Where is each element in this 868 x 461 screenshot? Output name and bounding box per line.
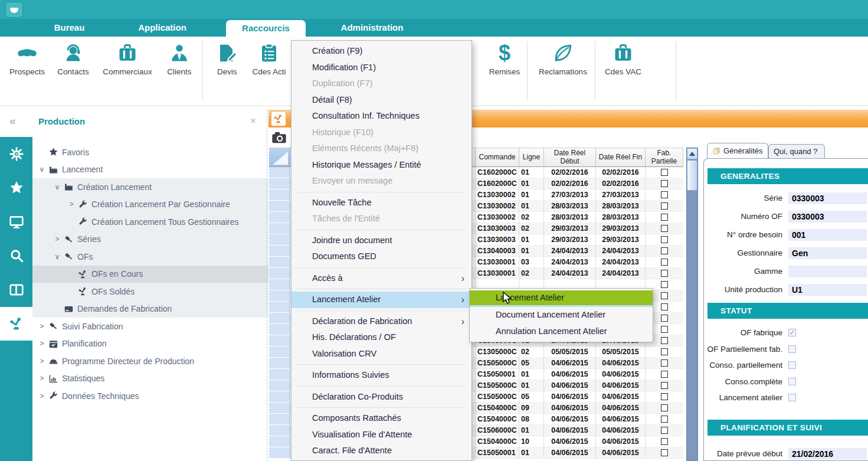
column-header-date-reel-fin[interactable]: Date Réel Fin [596,148,646,167]
rail-production-item[interactable] [0,307,32,341]
tree-expander-icon[interactable] [35,322,48,331]
context-menu-item[interactable]: His. Déclarations / OF [291,329,471,346]
cdes-vac-button[interactable]: Cdes VAC [597,42,649,76]
prospects-button[interactable]: Prospects [4,42,51,76]
context-menu-item[interactable]: Déclaration Co-Produits [291,389,471,406]
context-menu-item[interactable] [297,267,466,268]
context-menu-item[interactable]: Informations Suivies [291,367,471,384]
submenu-item-document-lancement-atelier[interactable]: Document Lancement Atelier [470,307,653,323]
fab-partielle-checkbox[interactable] [661,427,668,434]
devis-button[interactable]: Devis [207,42,248,76]
context-menu-item[interactable]: Consultation Inf. Techniques [291,108,471,125]
ordre-besoin-field[interactable]: 001 [788,229,867,241]
status-checkbox[interactable] [788,345,796,353]
context-menu-item[interactable]: Visualisation File d'Attente [291,427,471,443]
rail-desktop-item[interactable] [0,205,32,239]
fab-partielle-checkbox[interactable] [661,449,668,456]
tree-expander-icon[interactable] [35,165,48,174]
tree-item[interactable]: OFs en Cours [32,266,268,283]
column-header-fab-partielle[interactable]: Fab. Partielle [646,148,683,167]
status-checkbox[interactable] [788,378,796,385]
app-menu-button[interactable] [5,2,23,18]
tree-item[interactable]: Demandes de Fabrication [32,300,268,318]
tree-expander-icon[interactable] [51,183,64,191]
context-menu-item[interactable]: Création (F9) [291,43,471,60]
context-menu-item[interactable] [297,407,466,408]
fab-partielle-checkbox[interactable] [661,270,668,277]
clients-button[interactable]: Clients [159,42,199,76]
fab-partielle-checkbox[interactable] [661,371,668,378]
context-menu-item[interactable]: Tâches de l'Entité [291,211,471,227]
row-selector-cell[interactable] [269,246,290,257]
tree-item[interactable]: Données Techniques [32,387,268,405]
submenu-item-annulation-lancement-atelier[interactable]: Annulation Lancement Atelier [470,323,653,340]
fab-partielle-checkbox[interactable] [661,359,668,367]
tree-item[interactable]: Lancement [32,161,268,179]
row-selector-cell[interactable] [269,403,290,414]
tree-expander-icon[interactable] [35,357,48,365]
tree-expander-icon[interactable] [51,235,64,243]
row-selector-cell[interactable] [269,324,290,335]
fab-partielle-checkbox[interactable] [661,315,668,322]
tab-generalites[interactable]: Généralités [707,143,768,158]
table-scrollbar[interactable] [686,148,698,461]
tab-qui-quand[interactable]: Qui, quand ? [768,144,825,158]
context-menu-item[interactable]: Détail (F8) [291,92,471,109]
gestionnaire-field[interactable]: Gen [788,247,867,259]
commerciaux-button[interactable]: Commerciaux [97,42,158,76]
selection-column-header[interactable] [269,148,290,167]
row-selector-cell[interactable] [269,279,290,290]
cdes-acti-button[interactable]: Cdes Acti [248,42,290,76]
tree-expander-icon[interactable] [51,253,64,261]
tree-item[interactable]: Création Lancement Par Gestionnaire [32,196,268,214]
row-selector-cell[interactable] [269,257,290,268]
row-selector-cell[interactable] [269,369,290,380]
context-menu-item[interactable] [297,289,466,289]
fab-partielle-checkbox[interactable] [661,180,668,187]
panel-splitter[interactable] [267,110,267,461]
row-selector-cell[interactable] [269,346,290,358]
context-menu-item[interactable]: Historique (F10) [291,125,471,141]
scroll-up-button[interactable] [687,148,697,159]
context-menu-item[interactable]: Déclaration de Fabrication › [291,313,471,330]
fab-partielle-checkbox[interactable] [661,169,668,176]
context-menu-item[interactable]: Joindre un document [291,233,471,249]
row-selector-cell[interactable] [269,167,290,178]
rail-search-item[interactable] [0,239,32,273]
row-selector-cell[interactable] [269,335,290,346]
context-menu-item[interactable] [297,386,466,387]
fab-partielle-checkbox[interactable] [661,348,668,355]
tree-item[interactable]: Programme Directeur de Production [32,352,268,370]
collapse-sidebar-button[interactable]: « [9,115,16,127]
context-menu-item[interactable]: Historique Messages / Entité [291,157,471,174]
fab-partielle-checkbox[interactable] [661,202,668,210]
column-header-commande[interactable]: Commande [476,148,519,167]
context-menu-item[interactable] [297,230,466,230]
fab-partielle-checkbox[interactable] [661,281,668,288]
fab-partielle-checkbox[interactable] [661,247,668,254]
tree-item[interactable]: Suivi Fabrication [32,318,268,335]
row-selector-cell[interactable] [269,313,290,324]
context-menu-item[interactable]: Eléments Récents (Maj+F8) [291,140,471,157]
row-selector-cell[interactable] [269,189,290,201]
context-menu-item[interactable]: Nouvelle Tâche [291,195,471,211]
column-header-ligne[interactable]: Ligne [519,148,544,167]
remises-button[interactable]: Remises [484,42,525,76]
row-selector-cell[interactable] [269,436,290,447]
fab-partielle-checkbox[interactable] [661,404,668,411]
context-menu-item[interactable] [297,364,466,365]
fab-partielle-checkbox[interactable] [661,416,668,423]
context-menu-item[interactable] [297,192,466,192]
tree-expander-icon[interactable] [35,339,48,348]
tree-item[interactable]: Favoris [32,143,268,161]
context-menu-item[interactable]: Duplication (F7) [291,76,471,92]
fab-partielle-checkbox[interactable] [661,225,668,232]
row-selector-cell[interactable] [269,380,290,391]
unite-production-field[interactable]: U1 [788,284,867,296]
gamme-field[interactable] [788,266,867,277]
close-sidebar-button[interactable]: × [250,115,256,127]
tree-item[interactable]: Planification [32,335,268,353]
fab-partielle-checkbox[interactable] [661,303,668,310]
tree-item[interactable]: OFs Soldés [32,283,268,300]
row-selector-cell[interactable] [269,223,290,234]
